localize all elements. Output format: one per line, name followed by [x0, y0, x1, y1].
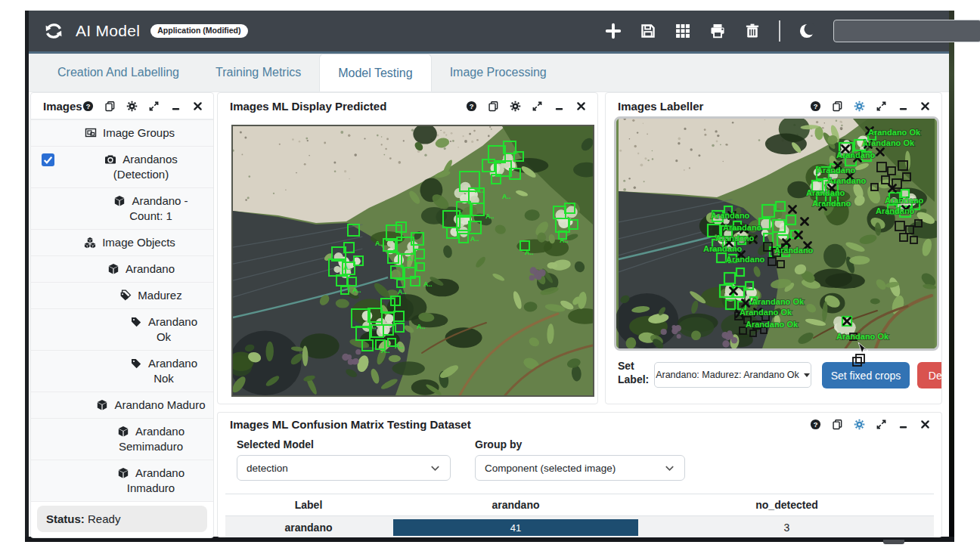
save-icon[interactable] — [640, 23, 656, 39]
help-icon[interactable]: ? — [82, 101, 94, 112]
detection-box-label: A.. — [381, 347, 390, 354]
tree-item-arandano-maduro[interactable]: Arandano Maduro — [31, 392, 213, 419]
gear-icon[interactable] — [126, 101, 138, 112]
labeller-panel-title: Images Labeller — [618, 100, 703, 113]
tree-item-madurez[interactable]: Madurez — [31, 283, 213, 309]
minimize-icon[interactable] — [898, 419, 909, 430]
tab-image-processing[interactable]: Image Processing — [432, 54, 565, 91]
tree-item-image-objects[interactable]: Image Objects — [31, 230, 213, 256]
gear-icon[interactable] — [854, 101, 865, 112]
annotation-label: Arandano — [827, 176, 867, 185]
annotation-label: Arandano — [885, 196, 924, 205]
selected-model-dropdown[interactable]: detection — [237, 455, 451, 481]
tree-item-arandano-inmaduro[interactable]: Arandano Inmaduro — [31, 460, 213, 502]
selected-model-value: detection — [247, 463, 288, 474]
window-frame-nub — [883, 540, 904, 544]
confusion-panel-title: Images ML Confusion Matrix Testing Datas… — [230, 418, 471, 431]
close-icon[interactable] — [920, 101, 931, 112]
group-by-dropdown[interactable]: Component (selected image) — [475, 455, 685, 481]
detection-box-label: A.. — [395, 342, 404, 350]
moon-icon[interactable] — [799, 23, 815, 39]
annotation-label: Arandano Ok — [746, 320, 799, 329]
predicted-photo[interactable]: A..A..A..A..A..A..A..A..A..A..A..A..A..A… — [231, 125, 594, 397]
confusion-panel: Images ML Confusion Matrix Testing Datas… — [217, 412, 942, 537]
tab-model-testing[interactable]: Model Testing — [319, 54, 431, 91]
images-tree: Image GroupsArandanos (Detection)Arandan… — [31, 119, 213, 502]
expand-icon[interactable] — [876, 101, 887, 112]
gear-icon[interactable] — [854, 419, 865, 430]
cube-icon — [107, 263, 119, 275]
tree-item-image-groups[interactable]: Image Groups — [31, 119, 213, 147]
apps-grid-icon[interactable] — [675, 23, 691, 39]
chevron-down-icon — [664, 463, 675, 474]
chevron-down-icon — [430, 463, 441, 474]
confusion-bar: 41 — [393, 519, 638, 536]
trash-icon[interactable] — [744, 23, 761, 39]
tree-item-label: Arandanos (Detection) — [113, 153, 178, 181]
annotation-label: Arandano — [836, 150, 876, 159]
svg-text:?: ? — [470, 103, 474, 110]
expand-icon[interactable] — [876, 419, 887, 430]
tree-item-arandano-ok[interactable]: Arandano Ok — [31, 309, 213, 351]
tree-item-label: Arandano Nok — [148, 357, 197, 385]
search-input[interactable] — [833, 20, 980, 42]
tree-item-arandano-count-1[interactable]: Arandano - Count: 1 — [31, 188, 213, 230]
svg-text:?: ? — [814, 421, 818, 429]
copy-icon[interactable] — [488, 101, 499, 112]
minimize-icon[interactable] — [898, 101, 909, 112]
tree-item-arandano-nok[interactable]: Arandano Nok — [31, 351, 213, 392]
detection-box-label: A.. — [470, 235, 479, 243]
close-icon[interactable] — [192, 101, 203, 112]
checkbox-checked[interactable] — [42, 153, 54, 166]
tree-item-arandanos-detection-[interactable]: Arandanos (Detection) — [31, 147, 213, 188]
expand-icon[interactable] — [532, 101, 543, 112]
window-frame-right — [949, 11, 954, 539]
row-label-cell: arandano — [225, 516, 392, 537]
help-icon[interactable]: ? — [466, 101, 477, 112]
detection-box-label: A.. — [525, 249, 534, 256]
app-title: AI Model — [76, 22, 140, 40]
detection-box-label: A.. — [368, 323, 377, 330]
col-header-no-detected: no_detected — [640, 494, 934, 515]
copy-icon[interactable] — [832, 101, 843, 112]
help-icon[interactable]: ? — [810, 419, 821, 430]
tree-item-arandano[interactable]: Arandano — [31, 256, 213, 283]
plus-icon[interactable] — [605, 23, 622, 39]
labeller-photo[interactable]: Arandano OkArandano OkArandanoArandanoAr… — [614, 116, 939, 351]
cube-icon — [117, 426, 129, 438]
annotation-label: Arandano Ok — [836, 332, 889, 341]
labeller-panel: Images Labeller ? Arandano OkArandano Ok… — [605, 92, 942, 404]
delete-button[interactable]: Delete — [917, 362, 942, 388]
close-icon[interactable] — [920, 419, 931, 430]
minimize-icon[interactable] — [554, 101, 565, 112]
copy-icon[interactable] — [832, 419, 843, 430]
printer-icon[interactable] — [709, 23, 726, 39]
detection-box-label: A.. — [560, 237, 569, 244]
tree-item-label: Arandano Inmaduro — [127, 466, 185, 494]
annotation-label: Arandano — [774, 246, 814, 255]
label-dropdown[interactable]: Arandano: Madurez: Arandano Ok — [654, 362, 811, 388]
col-header-arandano: arandano — [392, 494, 640, 515]
annotation-label: Arandano Ok — [752, 297, 805, 306]
group-by-label: Group by — [475, 438, 522, 450]
annotation-label: Arandano Ok — [862, 138, 915, 147]
app-window: AI Model Application (Modified) Creation… — [0, 0, 980, 551]
copy-icon[interactable] — [104, 101, 116, 112]
minimize-icon[interactable] — [170, 101, 181, 112]
tree-item-arandano-semimaduro[interactable]: Arandano Semimaduro — [31, 419, 213, 460]
detection-box-label: A.. — [375, 240, 384, 247]
help-icon[interactable]: ? — [810, 101, 821, 112]
expand-icon[interactable] — [148, 101, 160, 112]
set-fixed-crops-button[interactable]: Set fixed crops — [822, 362, 910, 388]
tab-creation-and-labelling[interactable]: Creation And Labelling — [39, 54, 197, 91]
cubes-icon — [84, 237, 96, 249]
gear-icon[interactable] — [510, 101, 521, 112]
app-header: AI Model Application (Modified) — [29, 11, 949, 51]
status-value: Ready — [88, 512, 120, 525]
close-icon[interactable] — [575, 101, 587, 112]
annotation-label: Arandano — [812, 199, 851, 208]
table-row: arandano 41 3 — [225, 516, 934, 537]
refresh-icon[interactable] — [44, 21, 64, 41]
status-label: Status: — [46, 512, 85, 525]
tab-training-metrics[interactable]: Training Metrics — [197, 54, 319, 91]
